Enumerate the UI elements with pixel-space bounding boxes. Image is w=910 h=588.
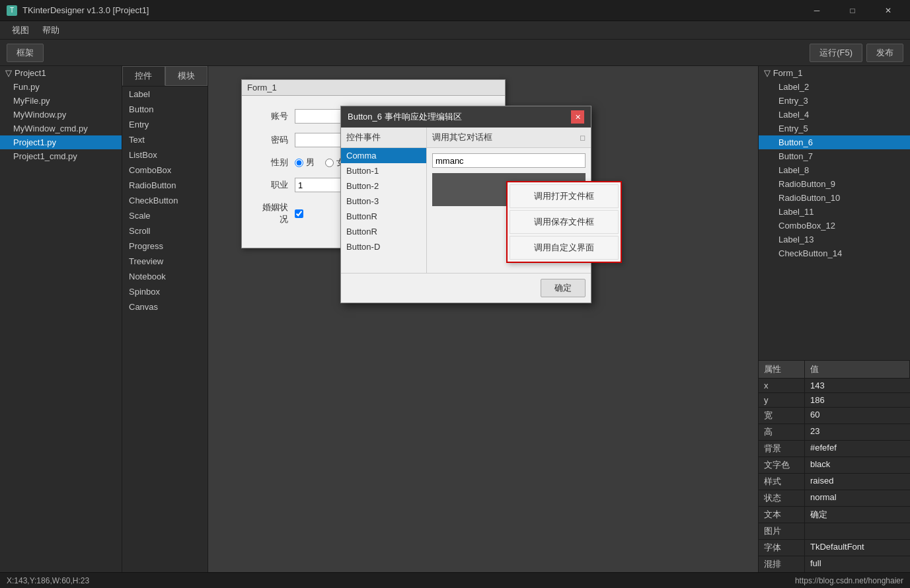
maximize-button[interactable]: □ [837,0,868,21]
publish-button[interactable]: 发布 [866,44,903,62]
wtree-label11[interactable]: Label_11 [759,205,910,219]
props-key-fgcolor: 文字色 [759,457,805,473]
props-val-height[interactable]: 23 [805,424,910,440]
event-item-buttonr1[interactable]: ButtonR [341,209,426,224]
wtree-checkbutton14[interactable]: CheckButton_14 [759,246,910,260]
project-panel: ▽Project1 Fun.py MyFile.py MyWindow.py M… [0,66,122,572]
widget-scale[interactable]: Scale [122,208,208,223]
file-item-fun[interactable]: Fun.py [0,80,122,94]
frame-button[interactable]: 框架 [7,44,44,62]
form-radio-male[interactable]: 男 [295,157,315,168]
props-val-fgcolor[interactable]: black [805,457,910,473]
radio-female-input[interactable] [325,159,334,167]
wtree-label8[interactable]: Label_8 [759,163,910,177]
project-root[interactable]: ▽Project1 [0,66,122,80]
file-item-myfile[interactable]: MyFile.py [0,94,122,108]
widget-canvas[interactable]: Canvas [122,299,208,314]
statusbar: X:143,Y:186,W:60,H:23 https://blog.csdn.… [0,572,910,588]
props-key-y: y [759,393,805,407]
close-button[interactable]: ✕ [873,0,903,21]
dialog-close-button[interactable]: ✕ [571,110,584,124]
props-val-style[interactable]: raised [805,474,910,490]
popup-item-custom[interactable]: 调用自定义界面 [510,236,619,260]
widget-text[interactable]: Text [122,132,208,147]
event-dialog: Button_6 事件响应处理编辑区 ✕ 控件事件 Comma Button-1… [340,106,591,303]
run-button[interactable]: 运行(F5) [810,44,862,62]
widget-tree-root[interactable]: ▽ Form_1 [759,66,910,80]
dialog-confirm-button[interactable]: 确定 [541,279,586,297]
props-val-image[interactable] [805,523,910,539]
title-text: TKinterDesigner v1.3.0 [Project1] [22,5,802,15]
wtree-entry3[interactable]: Entry_3 [759,94,910,108]
widget-listbox[interactable]: ListBox [122,147,208,163]
props-val-y[interactable]: 186 [805,393,910,407]
wtree-entry5[interactable]: Entry_5 [759,122,910,135]
props-val-compound[interactable]: full [805,556,910,572]
menubar: 视图 帮助 [0,21,910,40]
event-item-button1[interactable]: Button-1 [341,163,426,178]
dialog-left-header: 控件事件 [341,128,426,148]
dialog-input-row [432,153,586,168]
event-item-buttonr2[interactable]: ButtonR [341,224,426,239]
form-label-account: 账号 [255,110,288,122]
widget-radiobutton[interactable]: RadioButton [122,178,208,193]
props-val-width[interactable]: 60 [805,408,910,423]
widget-notebook[interactable]: Notebook [122,269,208,284]
widget-tabs: 控件 模块 [122,66,208,87]
menu-view[interactable]: 视图 [5,22,36,39]
widget-treeview[interactable]: Treeview [122,254,208,269]
tab-module[interactable]: 模块 [165,66,208,86]
event-item-buttond[interactable]: Button-D [341,239,426,254]
wtree-radiobutton10[interactable]: RadioButton_10 [759,191,910,205]
props-key-x: x [759,379,805,392]
project-root-label: Project1 [15,68,46,78]
checkbox-marriage-input[interactable] [295,209,303,218]
widget-tree: ▽ Form_1 Label_2 Entry_3 Label_4 Entry_5… [759,66,910,361]
props-val-text[interactable]: 确定 [805,507,910,523]
props-val-bg[interactable]: #efefef [805,441,910,457]
file-item-mywindowcmd[interactable]: MyWindow_cmd.py [0,122,122,135]
canvas-area[interactable]: Form_1 账号 密码 性别 男 [208,66,758,572]
widget-scroll[interactable]: Scroll [122,223,208,239]
props-row-compound: 混排 full [759,556,910,572]
widget-button[interactable]: Button [122,102,208,117]
wtree-label13[interactable]: Label_13 [759,233,910,246]
props-row-height: 高 23 [759,424,910,441]
props-val-x[interactable]: 143 [805,379,910,392]
popup-item-open[interactable]: 调用打开文件框 [510,184,619,208]
wtree-label2[interactable]: Label_2 [759,80,910,94]
minimize-button[interactable]: ─ [802,0,832,21]
dialog-command-input[interactable] [432,153,586,168]
dialog-content: 控件事件 Comma Button-1 Button-2 Button-3 Bu… [341,128,591,273]
tab-control[interactable]: 控件 [122,66,165,86]
props-val-state[interactable]: normal [805,490,910,506]
widget-progress[interactable]: Progress [122,239,208,254]
widget-label[interactable]: Label [122,87,208,102]
dialog-left-panel: 控件事件 Comma Button-1 Button-2 Button-3 Bu… [341,128,427,273]
widget-entry[interactable]: Entry [122,117,208,132]
wtree-button6[interactable]: Button_6 [759,135,910,149]
radio-male-input[interactable] [295,159,303,167]
wtree-label4[interactable]: Label_4 [759,108,910,122]
wtree-combobox12[interactable]: ComboBox_12 [759,219,910,233]
wtree-button7[interactable]: Button_7 [759,149,910,163]
window-controls: ─ □ ✕ [802,0,903,21]
form-checkbox-marriage [295,209,303,218]
menu-help[interactable]: 帮助 [36,22,66,39]
file-item-mywindow[interactable]: MyWindow.py [0,108,122,122]
right-panel: ▽ Form_1 Label_2 Entry_3 Label_4 Entry_5… [758,66,910,572]
props-row-text: 文本 确定 [759,507,910,523]
widget-spinbox[interactable]: Spinbox [122,284,208,299]
popup-item-save[interactable]: 调用保存文件框 [510,210,619,234]
event-item-comma[interactable]: Comma [341,148,426,163]
file-item-project1[interactable]: Project1.py [0,135,122,149]
event-item-button2[interactable]: Button-2 [341,178,426,194]
props-row-x: x 143 [759,379,910,393]
props-val-font[interactable]: TkDefaultFont [805,540,910,556]
wtree-radiobutton9[interactable]: RadioButton_9 [759,177,910,191]
props-row-fgcolor: 文字色 black [759,457,910,474]
widget-combobox[interactable]: ComboBox [122,163,208,178]
widget-checkbutton[interactable]: CheckButton [122,193,208,208]
file-item-project1cmd[interactable]: Project1_cmd.py [0,149,122,163]
event-item-button3[interactable]: Button-3 [341,194,426,209]
